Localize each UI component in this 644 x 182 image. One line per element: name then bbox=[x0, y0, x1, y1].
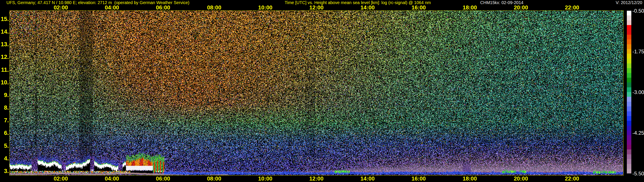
colorbar-block-23 bbox=[627, 121, 631, 125]
colorbar-block-29 bbox=[627, 149, 631, 154]
colorbar-block-12 bbox=[627, 68, 631, 73]
colorbar-tick--3.00: -3.00 bbox=[632, 89, 644, 95]
colorbar-block-11 bbox=[627, 63, 631, 68]
colorbar-block-28 bbox=[627, 145, 631, 149]
time-tick-08:00: 08:00 bbox=[207, 175, 221, 182]
time-tick-06:00: 06:00 bbox=[156, 175, 170, 182]
colorbar-block-0 bbox=[627, 11, 631, 15]
backscatter-heatmap bbox=[10, 11, 623, 175]
time-tick-02:00: 02:00 bbox=[54, 175, 68, 182]
time-tick-04:00: 04:00 bbox=[105, 4, 119, 11]
colorbar-block-17 bbox=[627, 92, 631, 97]
colorbar-block-21 bbox=[627, 111, 631, 116]
height-tick-11km: 11. bbox=[0, 67, 9, 73]
colorbar-block-5 bbox=[627, 35, 631, 39]
height-tick-7km: 7. bbox=[0, 117, 9, 124]
time-tick-20:00: 20:00 bbox=[514, 4, 528, 11]
height-tick-9km: 9. bbox=[0, 92, 9, 98]
colorbar-block-1 bbox=[627, 15, 631, 20]
colorbar bbox=[627, 11, 631, 174]
time-tick-14:00: 14:00 bbox=[360, 175, 375, 182]
colorbar-block-25 bbox=[627, 130, 631, 135]
colorbar-tick--5.50: -5.50 bbox=[632, 171, 644, 177]
time-tick-20:00: 20:00 bbox=[514, 175, 528, 182]
height-tick-8km: 8. bbox=[0, 104, 9, 111]
colorbar-block-10 bbox=[627, 59, 631, 63]
time-tick-22:00: 22:00 bbox=[565, 4, 580, 11]
time-tick-04:00: 04:00 bbox=[105, 175, 119, 182]
height-tick-5km: 5. bbox=[0, 143, 9, 149]
colorbar-block-8 bbox=[627, 49, 631, 54]
time-tick-16:00: 16:00 bbox=[412, 175, 426, 182]
colorbar-block-24 bbox=[627, 126, 631, 130]
colorbar-tick--0.50: -0.50 bbox=[632, 8, 644, 14]
colorbar-block-18 bbox=[627, 97, 631, 101]
colorbar-block-32 bbox=[627, 164, 631, 169]
time-tick-02:00: 02:00 bbox=[54, 4, 68, 11]
height-tick-4km: 4. bbox=[0, 155, 9, 162]
colorbar-block-31 bbox=[627, 159, 631, 164]
time-tick-16:00: 16:00 bbox=[412, 4, 426, 11]
colorbar-block-15 bbox=[627, 83, 631, 87]
colorbar-block-22 bbox=[627, 116, 631, 121]
time-tick-06:00: 06:00 bbox=[156, 4, 170, 11]
colorbar-block-27 bbox=[627, 140, 631, 145]
time-tick-10:00: 10:00 bbox=[258, 175, 273, 182]
colorbar-block-13 bbox=[627, 73, 631, 78]
time-tick-18:00: 18:00 bbox=[462, 4, 477, 11]
plot-title: Time [UTC] vs. Height above mean sea lev… bbox=[285, 0, 431, 5]
colorbar-block-26 bbox=[627, 135, 631, 140]
colorbar-block-9 bbox=[627, 54, 631, 58]
colorbar-block-3 bbox=[627, 25, 631, 30]
colorbar-block-33 bbox=[627, 169, 631, 174]
colorbar-block-4 bbox=[627, 30, 631, 34]
height-tick-12km: 12. bbox=[0, 54, 9, 60]
colorbar-block-2 bbox=[627, 20, 631, 25]
height-tick-3km: 3. bbox=[0, 168, 9, 175]
software-version: V: 2012/12/20 bbox=[578, 0, 642, 5]
colorbar-block-30 bbox=[627, 154, 631, 159]
height-tick-13km: 13. bbox=[0, 41, 9, 48]
colorbar-tick--4.25: -4.25 bbox=[632, 130, 644, 136]
time-tick-08:00: 08:00 bbox=[207, 4, 221, 11]
colorbar-block-20 bbox=[627, 106, 631, 111]
colorbar-block-16 bbox=[627, 87, 631, 92]
time-tick-22:00: 22:00 bbox=[565, 175, 580, 182]
time-tick-12:00: 12:00 bbox=[309, 175, 324, 182]
time-tick-14:00: 14:00 bbox=[360, 4, 375, 11]
height-tick-6km: 6. bbox=[0, 130, 9, 136]
time-tick-18:00: 18:00 bbox=[462, 175, 477, 182]
colorbar-tick--1.75: -1.75 bbox=[632, 49, 644, 55]
colorbar-block-19 bbox=[627, 102, 631, 106]
colorbar-block-14 bbox=[627, 78, 631, 83]
colorbar-block-6 bbox=[627, 39, 631, 44]
time-tick-12:00: 12:00 bbox=[309, 4, 324, 11]
height-tick-10km: 10. bbox=[0, 79, 9, 86]
height-tick-14km: 14. bbox=[0, 28, 9, 35]
ceilometer-quicklook: UFS, Germany; 47.417 N / 10.980 E; eleva… bbox=[0, 0, 644, 182]
time-tick-10:00: 10:00 bbox=[258, 4, 273, 11]
height-tick-15km: 15. bbox=[0, 16, 9, 22]
colorbar-block-7 bbox=[627, 44, 631, 49]
